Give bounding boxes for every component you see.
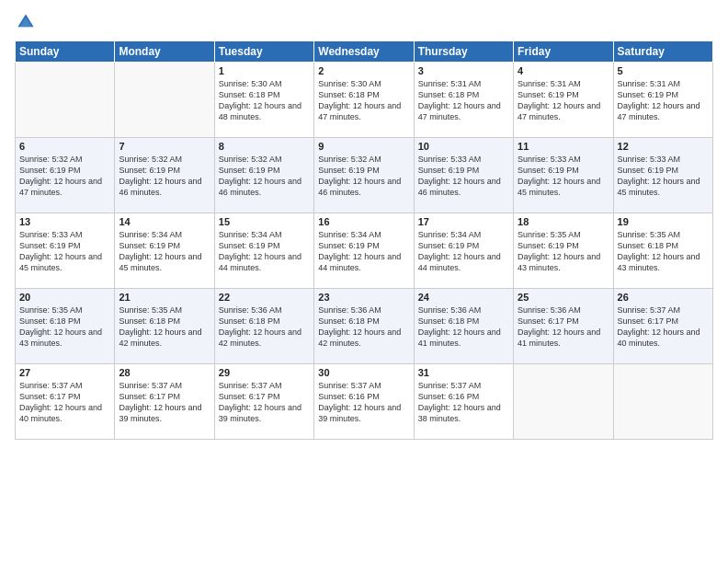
day-number: 1 — [219, 65, 310, 76]
calendar-week-3: 13Sunrise: 5:33 AMSunset: 6:19 PMDayligh… — [16, 213, 713, 289]
calendar-cell: 9Sunrise: 5:32 AMSunset: 6:19 PMDaylight… — [314, 138, 414, 213]
calendar-cell: 30Sunrise: 5:37 AMSunset: 6:16 PMDayligh… — [314, 364, 414, 440]
day-info: Sunrise: 5:36 AMSunset: 6:18 PMDaylight:… — [418, 304, 509, 350]
day-info: Sunrise: 5:37 AMSunset: 6:17 PMDaylight:… — [19, 380, 110, 425]
day-number: 15 — [219, 216, 310, 227]
calendar-cell: 1Sunrise: 5:30 AMSunset: 6:18 PMDaylight… — [214, 63, 313, 138]
day-number: 14 — [119, 216, 210, 227]
day-number: 31 — [418, 367, 509, 378]
day-info: Sunrise: 5:32 AMSunset: 6:19 PMDaylight:… — [219, 154, 310, 199]
calendar-cell: 17Sunrise: 5:34 AMSunset: 6:19 PMDayligh… — [414, 213, 513, 289]
calendar-cell: 12Sunrise: 5:33 AMSunset: 6:19 PMDayligh… — [613, 138, 712, 213]
day-info: Sunrise: 5:36 AMSunset: 6:17 PMDaylight:… — [518, 304, 609, 350]
calendar-cell: 21Sunrise: 5:35 AMSunset: 6:18 PMDayligh… — [115, 289, 214, 364]
day-number: 24 — [418, 292, 509, 303]
calendar-cell — [514, 364, 613, 440]
day-number: 20 — [19, 292, 110, 303]
calendar-cell: 6Sunrise: 5:32 AMSunset: 6:19 PMDaylight… — [16, 138, 115, 213]
page: SundayMondayTuesdayWednesdayThursdayFrid… — [0, 0, 728, 563]
calendar-cell — [16, 63, 115, 138]
day-number: 26 — [618, 292, 709, 303]
calendar-week-2: 6Sunrise: 5:32 AMSunset: 6:19 PMDaylight… — [16, 138, 713, 213]
calendar-header-tuesday: Tuesday — [214, 41, 313, 63]
day-number: 6 — [19, 141, 110, 152]
calendar-cell: 28Sunrise: 5:37 AMSunset: 6:17 PMDayligh… — [115, 364, 214, 440]
calendar-cell: 11Sunrise: 5:33 AMSunset: 6:19 PMDayligh… — [514, 138, 613, 213]
calendar-cell — [613, 364, 712, 440]
calendar-cell: 23Sunrise: 5:36 AMSunset: 6:18 PMDayligh… — [314, 289, 414, 364]
calendar-header-row: SundayMondayTuesdayWednesdayThursdayFrid… — [16, 41, 713, 63]
calendar-header-wednesday: Wednesday — [314, 41, 414, 63]
logo — [15, 11, 40, 33]
calendar-week-4: 20Sunrise: 5:35 AMSunset: 6:18 PMDayligh… — [16, 289, 713, 364]
day-info: Sunrise: 5:35 AMSunset: 6:18 PMDaylight:… — [119, 304, 210, 350]
day-number: 3 — [418, 65, 509, 76]
calendar-table: SundayMondayTuesdayWednesdayThursdayFrid… — [15, 40, 713, 440]
day-info: Sunrise: 5:33 AMSunset: 6:19 PMDaylight:… — [618, 154, 709, 199]
day-number: 28 — [119, 367, 210, 378]
day-number: 7 — [119, 141, 210, 152]
day-info: Sunrise: 5:34 AMSunset: 6:19 PMDaylight:… — [119, 229, 210, 274]
calendar-cell: 25Sunrise: 5:36 AMSunset: 6:17 PMDayligh… — [514, 289, 613, 364]
calendar-cell: 2Sunrise: 5:30 AMSunset: 6:18 PMDaylight… — [314, 63, 414, 138]
day-info: Sunrise: 5:34 AMSunset: 6:19 PMDaylight:… — [318, 229, 409, 274]
day-number: 23 — [318, 292, 409, 303]
day-info: Sunrise: 5:37 AMSunset: 6:17 PMDaylight:… — [618, 304, 709, 350]
calendar-header-sunday: Sunday — [16, 41, 115, 63]
calendar-cell: 20Sunrise: 5:35 AMSunset: 6:18 PMDayligh… — [16, 289, 115, 364]
day-number: 2 — [318, 65, 409, 76]
day-number: 11 — [518, 141, 609, 152]
day-info: Sunrise: 5:33 AMSunset: 6:19 PMDaylight:… — [19, 229, 110, 274]
day-info: Sunrise: 5:33 AMSunset: 6:19 PMDaylight:… — [518, 154, 609, 199]
day-info: Sunrise: 5:31 AMSunset: 6:19 PMDaylight:… — [518, 78, 609, 123]
calendar-header-friday: Friday — [514, 41, 613, 63]
calendar-cell: 24Sunrise: 5:36 AMSunset: 6:18 PMDayligh… — [414, 289, 513, 364]
calendar-cell: 8Sunrise: 5:32 AMSunset: 6:19 PMDaylight… — [214, 138, 313, 213]
day-info: Sunrise: 5:31 AMSunset: 6:18 PMDaylight:… — [418, 78, 509, 123]
day-info: Sunrise: 5:30 AMSunset: 6:18 PMDaylight:… — [318, 78, 409, 123]
day-number: 19 — [618, 216, 709, 227]
calendar-cell: 22Sunrise: 5:36 AMSunset: 6:18 PMDayligh… — [214, 289, 313, 364]
day-info: Sunrise: 5:32 AMSunset: 6:19 PMDaylight:… — [19, 154, 110, 199]
day-info: Sunrise: 5:37 AMSunset: 6:16 PMDaylight:… — [318, 380, 409, 425]
day-number: 10 — [418, 141, 509, 152]
calendar-header-monday: Monday — [115, 41, 214, 63]
day-info: Sunrise: 5:34 AMSunset: 6:19 PMDaylight:… — [418, 229, 509, 274]
calendar-cell: 14Sunrise: 5:34 AMSunset: 6:19 PMDayligh… — [115, 213, 214, 289]
calendar-cell: 4Sunrise: 5:31 AMSunset: 6:19 PMDaylight… — [514, 63, 613, 138]
day-info: Sunrise: 5:35 AMSunset: 6:18 PMDaylight:… — [19, 304, 110, 350]
calendar-cell: 16Sunrise: 5:34 AMSunset: 6:19 PMDayligh… — [314, 213, 414, 289]
day-number: 8 — [219, 141, 310, 152]
day-number: 30 — [318, 367, 409, 378]
calendar-cell: 27Sunrise: 5:37 AMSunset: 6:17 PMDayligh… — [16, 364, 115, 440]
calendar-cell: 15Sunrise: 5:34 AMSunset: 6:19 PMDayligh… — [214, 213, 313, 289]
header — [15, 11, 713, 33]
day-number: 29 — [219, 367, 310, 378]
calendar-header-saturday: Saturday — [613, 41, 712, 63]
day-info: Sunrise: 5:33 AMSunset: 6:19 PMDaylight:… — [418, 154, 509, 199]
calendar-header-thursday: Thursday — [414, 41, 513, 63]
calendar-cell: 13Sunrise: 5:33 AMSunset: 6:19 PMDayligh… — [16, 213, 115, 289]
calendar-cell: 10Sunrise: 5:33 AMSunset: 6:19 PMDayligh… — [414, 138, 513, 213]
calendar-cell: 3Sunrise: 5:31 AMSunset: 6:18 PMDaylight… — [414, 63, 513, 138]
calendar-cell: 31Sunrise: 5:37 AMSunset: 6:16 PMDayligh… — [414, 364, 513, 440]
calendar-cell: 18Sunrise: 5:35 AMSunset: 6:19 PMDayligh… — [514, 213, 613, 289]
day-number: 25 — [518, 292, 609, 303]
day-number: 27 — [19, 367, 110, 378]
day-info: Sunrise: 5:35 AMSunset: 6:18 PMDaylight:… — [618, 229, 709, 274]
day-info: Sunrise: 5:30 AMSunset: 6:18 PMDaylight:… — [219, 78, 310, 123]
day-number: 17 — [418, 216, 509, 227]
calendar-cell — [115, 63, 214, 138]
day-number: 12 — [618, 141, 709, 152]
logo-icon — [15, 11, 37, 33]
calendar-week-5: 27Sunrise: 5:37 AMSunset: 6:17 PMDayligh… — [16, 364, 713, 440]
day-number: 16 — [318, 216, 409, 227]
day-number: 5 — [618, 65, 709, 76]
calendar-cell: 19Sunrise: 5:35 AMSunset: 6:18 PMDayligh… — [613, 213, 712, 289]
day-number: 9 — [318, 141, 409, 152]
day-info: Sunrise: 5:32 AMSunset: 6:19 PMDaylight:… — [119, 154, 210, 199]
calendar-cell: 5Sunrise: 5:31 AMSunset: 6:19 PMDaylight… — [613, 63, 712, 138]
day-number: 22 — [219, 292, 310, 303]
day-info: Sunrise: 5:34 AMSunset: 6:19 PMDaylight:… — [219, 229, 310, 274]
calendar-cell: 29Sunrise: 5:37 AMSunset: 6:17 PMDayligh… — [214, 364, 313, 440]
